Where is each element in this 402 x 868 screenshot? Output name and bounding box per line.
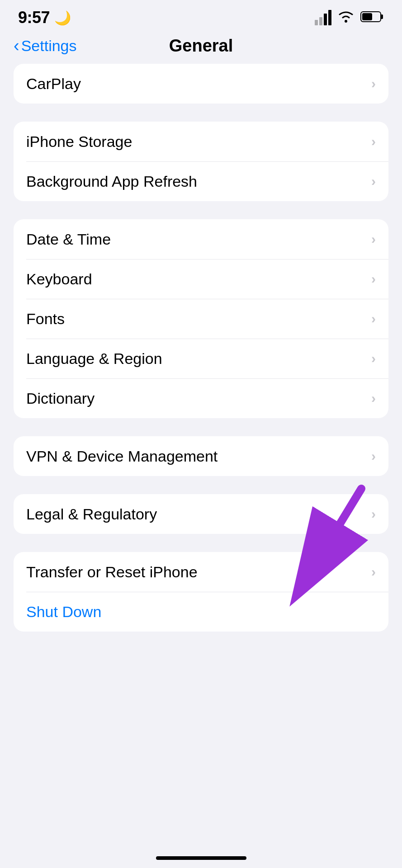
carplay-section: CarPlay › [14,64,388,104]
carplay-label: CarPlay [26,75,81,93]
page-title: General [169,36,233,56]
fonts-item[interactable]: Fonts › [14,299,388,339]
back-chevron-icon: ‹ [14,37,19,54]
background-app-refresh-item[interactable]: Background App Refresh › [14,161,388,201]
back-button[interactable]: ‹ Settings [14,37,77,55]
language-region-chevron-icon: › [371,352,376,365]
dictionary-label: Dictionary [26,390,95,407]
language-region-item[interactable]: Language & Region › [14,339,388,378]
storage-section: iPhone Storage › Background App Refresh … [14,122,388,201]
svg-rect-3 [362,13,372,20]
moon-icon: 🌙 [54,10,71,26]
dictionary-item[interactable]: Dictionary › [14,378,388,418]
transfer-reset-label: Transfer or Reset iPhone [26,563,198,581]
language-section: Date & Time › Keyboard › Fonts › Languag… [14,219,388,418]
shut-down-label: Shut Down [26,603,101,621]
dictionary-chevron-icon: › [371,392,376,405]
battery-icon [360,10,384,25]
keyboard-chevron-icon: › [371,272,376,286]
svg-rect-2 [381,14,383,19]
fonts-label: Fonts [26,310,65,328]
transfer-reset-chevron-icon: › [371,565,376,579]
iphone-storage-label: iPhone Storage [26,133,132,151]
shut-down-item[interactable]: Shut Down [14,592,388,632]
keyboard-label: Keyboard [26,270,92,288]
fonts-chevron-icon: › [371,312,376,326]
back-label: Settings [21,37,77,55]
reset-section: Transfer or Reset iPhone › Shut Down [14,552,388,632]
legal-regulatory-item[interactable]: Legal & Regulatory › [14,494,388,534]
legal-section: Legal & Regulatory › [14,494,388,534]
svg-point-0 [345,20,347,23]
legal-chevron-icon: › [371,507,376,521]
settings-content: CarPlay › iPhone Storage › Background Ap… [0,64,402,632]
keyboard-item[interactable]: Keyboard › [14,259,388,299]
status-bar: 9:57 🌙 [0,0,402,32]
reset-section-wrapper: Transfer or Reset iPhone › Shut Down [14,552,388,632]
legal-regulatory-label: Legal & Regulatory [26,505,157,523]
status-icons [315,10,384,25]
transfer-reset-item[interactable]: Transfer or Reset iPhone › [14,552,388,592]
date-time-chevron-icon: › [371,232,376,246]
language-region-label: Language & Region [26,350,162,368]
iphone-storage-item[interactable]: iPhone Storage › [14,122,388,161]
date-time-label: Date & Time [26,231,111,248]
iphone-storage-chevron-icon: › [371,135,376,148]
carplay-chevron-icon: › [371,77,376,90]
home-indicator [156,856,246,860]
wifi-icon [337,10,355,25]
date-time-item[interactable]: Date & Time › [14,219,388,259]
vpn-chevron-icon: › [371,449,376,463]
vpn-device-management-label: VPN & Device Management [26,448,218,465]
nav-header: ‹ Settings General [0,32,402,64]
carplay-item[interactable]: CarPlay › [14,64,388,104]
signal-icon [315,10,331,25]
vpn-device-management-item[interactable]: VPN & Device Management › [14,436,388,476]
status-time: 9:57 [18,8,50,27]
background-app-refresh-chevron-icon: › [371,175,376,188]
background-app-refresh-label: Background App Refresh [26,173,197,190]
vpn-section: VPN & Device Management › [14,436,388,476]
